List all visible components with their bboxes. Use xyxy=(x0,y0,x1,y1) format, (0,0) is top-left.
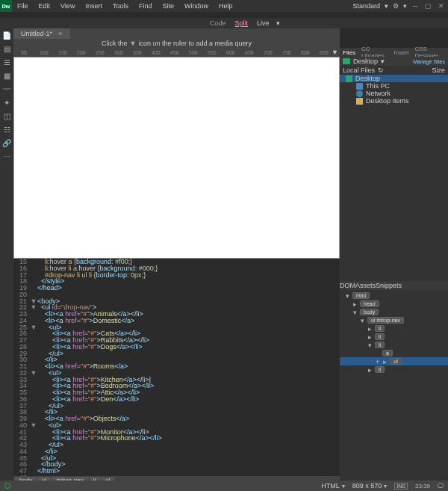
ruler-tick: 450 xyxy=(170,50,179,55)
file-tree-item[interactable]: Desktop xyxy=(340,75,448,82)
dom-tree: ▾html▸head▾body▾ul #drop-nav▸li▸li▾lia+▸… xyxy=(340,290,448,484)
dom-tag: ul #drop-nav xyxy=(367,317,404,324)
panel-tab-insert[interactable]: Insert xyxy=(391,49,411,56)
manage-sites-link[interactable]: Manage Sites xyxy=(413,59,445,64)
refresh-icon[interactable]: ↻ xyxy=(378,67,384,74)
panel-tab-snippets[interactable]: Snippets xyxy=(376,282,402,289)
code-line[interactable]: 29 </ul> xyxy=(13,351,340,357)
link-tool-icon[interactable]: 🔗 xyxy=(0,136,13,149)
split-view-button[interactable]: Split xyxy=(231,19,253,27)
panel-tab-dom[interactable]: DOM xyxy=(340,282,355,289)
ruler-hint: Click the ▼ icon on the ruler to add a m… xyxy=(13,39,340,48)
ruler[interactable]: ▼ 50100150200250300350400450500550600650… xyxy=(13,48,340,57)
close-tab-icon[interactable]: × xyxy=(58,30,62,37)
file-tree-item[interactable]: This PC xyxy=(340,82,448,90)
doc-type-dropdown[interactable]: HTML ▾ xyxy=(321,482,345,490)
layers-tool-icon[interactable]: ▤ xyxy=(0,42,13,55)
code-line[interactable]: 39 <li><a href="#">Objects</a> xyxy=(13,416,340,422)
sync-settings-icon[interactable]: ⚙ xyxy=(393,2,399,10)
dom-node[interactable]: ▸li xyxy=(340,324,448,333)
code-line[interactable]: 24 <li><a href="#">Domestic</a> xyxy=(13,318,340,324)
code-view[interactable]: 15 li:hover a {background: #f00;}16 li:h… xyxy=(13,259,340,476)
code-line[interactable]: 46 </body> xyxy=(13,461,340,468)
code-line[interactable]: 44 </li> xyxy=(13,448,340,455)
file-tree-item[interactable]: Network xyxy=(340,90,448,97)
expand-icon[interactable]: ▾ xyxy=(352,309,358,316)
menu-edit[interactable]: Edit xyxy=(34,0,56,12)
expand-icon[interactable]: ▸ xyxy=(367,333,373,341)
code-view-button[interactable]: Code xyxy=(205,19,231,27)
dom-node[interactable]: ▾html xyxy=(340,291,448,300)
file-tree-item[interactable]: Desktop Items xyxy=(340,97,448,105)
ruler-tick: 850 xyxy=(320,50,329,55)
layout-preset-dropdown[interactable]: Standard xyxy=(352,2,380,10)
preview-icon[interactable]: 🖵 xyxy=(438,483,444,490)
menu-help[interactable]: Help xyxy=(214,0,238,12)
code-line[interactable]: 43 </ul> xyxy=(13,442,340,448)
panel-tab-files[interactable]: Files xyxy=(340,49,358,56)
viewport-size[interactable]: 809 x 570 ▾ xyxy=(352,482,388,490)
wand-tool-icon[interactable]: ✦ xyxy=(0,96,13,109)
dom-node[interactable]: ▸li xyxy=(340,333,448,341)
panel-tab-assets[interactable]: Assets xyxy=(355,282,376,289)
files-site-row[interactable]: Desktop ▾ Manage Sites xyxy=(340,57,448,66)
title-bar: Dw FileEditViewInsertToolsFindSiteWindow… xyxy=(0,0,448,12)
dom-tag: head xyxy=(360,300,379,307)
dom-panel-tabs: DOMAssetsSnippets xyxy=(340,281,448,290)
expand-icon[interactable]: ▾ xyxy=(344,292,350,300)
code-line[interactable]: 47</html> xyxy=(13,468,340,475)
dom-tag: li xyxy=(375,342,385,348)
dom-node[interactable]: a xyxy=(340,349,448,357)
dom-node[interactable]: ▸head xyxy=(340,300,448,308)
code-line[interactable]: 37 </ul> xyxy=(13,403,340,410)
dom-tag: ul xyxy=(390,358,401,365)
more-tools-icon[interactable]: ⋯ xyxy=(0,149,13,163)
live-view-button[interactable]: Live xyxy=(252,19,274,27)
css-tool-icon[interactable]: ◫ xyxy=(0,109,13,123)
ruler-tick: 700 xyxy=(264,50,273,55)
menu-site[interactable]: Site xyxy=(157,0,179,12)
expand-icon[interactable]: ▸ xyxy=(367,325,373,333)
minimize-button[interactable]: ─ xyxy=(411,2,420,10)
expand-icon[interactable]: ▸ xyxy=(382,358,388,365)
maximize-button[interactable]: ▢ xyxy=(424,2,432,10)
menu-file[interactable]: File xyxy=(12,0,34,12)
dom-tag: a xyxy=(382,350,393,356)
dom-tag: li xyxy=(375,325,385,332)
main-menu: FileEditViewInsertToolsFindSiteWindowHel… xyxy=(12,0,237,12)
menu-tools[interactable]: Tools xyxy=(108,0,134,12)
dom-node[interactable]: +▸ul xyxy=(340,357,448,365)
snippets-tool-icon[interactable]: 〰 xyxy=(0,82,13,96)
menu-view[interactable]: View xyxy=(55,0,80,12)
media-query-add-icon[interactable]: ▼ xyxy=(332,49,338,56)
close-button[interactable]: ✕ xyxy=(437,2,445,10)
menu-insert[interactable]: Insert xyxy=(80,0,108,12)
source-tool-icon[interactable]: ☰ xyxy=(0,55,13,69)
dom-node[interactable]: ▾li xyxy=(340,341,448,349)
add-element-icon[interactable]: + xyxy=(376,358,379,365)
insert-mode[interactable]: INS xyxy=(394,483,408,490)
expand-icon[interactable]: ▾ xyxy=(359,317,365,324)
expand-icon[interactable]: ▸ xyxy=(367,366,373,374)
dom-node[interactable]: ▸li xyxy=(340,365,448,374)
code-line[interactable]: 20 xyxy=(13,291,340,298)
assets-tool-icon[interactable]: ▦ xyxy=(0,69,13,82)
f-icon xyxy=(356,98,363,105)
view-switcher: Code Split Live ▾ xyxy=(0,18,448,28)
dom-node[interactable]: ▾body xyxy=(340,308,448,316)
menu-window[interactable]: Window xyxy=(179,0,214,12)
ruler-tick: 250 xyxy=(96,50,105,55)
code-line[interactable]: 19</head> xyxy=(13,285,340,291)
expand-icon[interactable]: ▾ xyxy=(367,342,373,349)
menu-find[interactable]: Find xyxy=(134,0,158,12)
code-line[interactable]: 31 <li><a href="#">Rooms</a> xyxy=(13,363,340,370)
ruler-tick: 750 xyxy=(282,50,291,55)
dom-node[interactable]: ▾ul #drop-nav xyxy=(340,316,448,324)
file-tool-icon[interactable]: 📄 xyxy=(0,28,13,42)
live-dropdown-icon[interactable]: ▾ xyxy=(276,19,280,27)
expand-icon[interactable]: ▸ xyxy=(352,300,358,308)
dom-tool-icon[interactable]: ☷ xyxy=(0,123,13,136)
design-view[interactable] xyxy=(13,57,340,259)
document-tab[interactable]: Untitled-1* × xyxy=(13,28,70,39)
code-line[interactable]: 18 </style> xyxy=(13,278,340,285)
